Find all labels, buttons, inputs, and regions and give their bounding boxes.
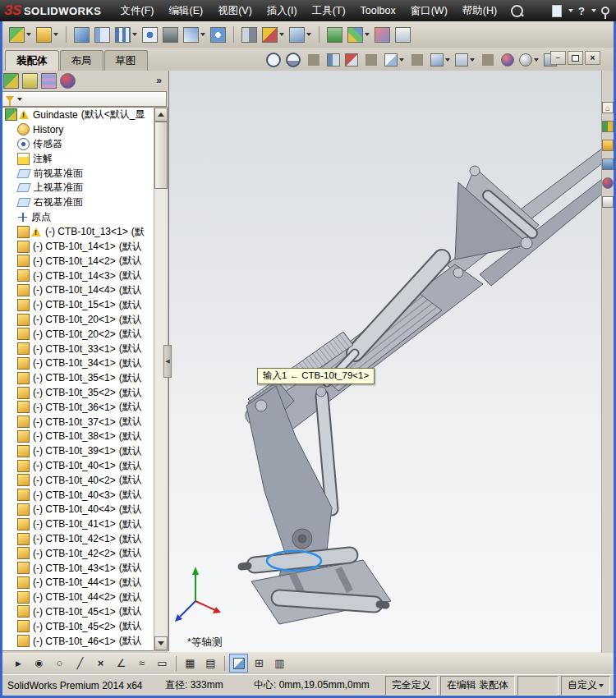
task-pane-tab[interactable]	[602, 121, 614, 132]
view-toolbar-button[interactable]	[303, 53, 324, 67]
tree-item[interactable]: (-) CTB-10t_34<1> (默认	[2, 356, 154, 371]
menu-item[interactable]: Toolbox	[353, 5, 403, 16]
toolbar-button[interactable]	[92, 25, 113, 44]
tree-item[interactable]: (-) CTB-10t_20<1> (默认	[2, 312, 154, 327]
window-control-button[interactable]	[568, 51, 583, 65]
chevron-down-icon[interactable]	[17, 98, 22, 101]
sketch-toolbar-button[interactable]	[91, 654, 110, 673]
menu-item[interactable]: 窗口(W)	[403, 4, 455, 18]
tree-item[interactable]: (-) CTB-10t_14<4> (默认	[2, 283, 154, 298]
toolbar-button[interactable]	[345, 25, 372, 44]
task-pane-tab[interactable]	[602, 140, 614, 151]
tree-item[interactable]: 上视基准面	[2, 181, 154, 195]
toolbar-button[interactable]	[160, 25, 181, 44]
tree-item[interactable]: (-) CTB-10t_33<1> (默认	[2, 342, 154, 356]
toolbar-button[interactable]	[208, 25, 228, 44]
tree-item[interactable]: (-) CTB-10t_35<2> (默认	[2, 385, 154, 400]
toolbar-button[interactable]	[260, 25, 287, 44]
chevron-down-icon[interactable]	[132, 33, 137, 36]
panel-tab[interactable]	[3, 73, 19, 89]
tree-item[interactable]: 前视基准面	[2, 166, 154, 181]
chevron-down-icon[interactable]	[200, 33, 205, 36]
view-toolbar-button[interactable]	[283, 51, 303, 69]
toolbar-button[interactable]	[61, 25, 71, 44]
tree-item[interactable]: (-) CTB-10t_45<2> (默认	[2, 619, 154, 634]
toolbar-button[interactable]	[287, 25, 314, 44]
view-toolbar-button[interactable]	[342, 52, 361, 68]
scroll-up-button[interactable]	[154, 108, 168, 122]
sketch-toolbar-button[interactable]	[9, 654, 28, 673]
toolbar-button[interactable]	[7, 25, 34, 44]
tree-item[interactable]: (-) CTB-10t_44<1> (默认	[2, 576, 154, 590]
menu-item[interactable]: 文件(F)	[113, 4, 162, 18]
tree-item[interactable]: (-) CTB-10t_38<1> (默认	[2, 429, 154, 444]
task-pane-tab[interactable]	[602, 158, 614, 170]
chevron-down-icon[interactable]	[399, 58, 404, 62]
toolbar-button[interactable]	[181, 25, 208, 44]
custom-unit-dropdown[interactable]: 自定义	[561, 676, 610, 696]
toolbar-button[interactable]	[324, 25, 345, 44]
task-pane-tab[interactable]	[602, 177, 614, 189]
view-toolbar-button[interactable]	[517, 52, 541, 68]
sketch-toolbar-button[interactable]	[153, 654, 172, 673]
help-icon[interactable]: ?	[578, 5, 585, 17]
task-pane-tab[interactable]	[602, 196, 614, 208]
toolbar-button[interactable]	[228, 25, 239, 44]
panel-tab[interactable]	[60, 73, 76, 89]
toolbar-button[interactable]	[140, 25, 160, 44]
tree-item[interactable]: (-) CTB-10t_35<1> (默认	[2, 370, 154, 385]
sketch-toolbar-button[interactable]	[112, 654, 131, 673]
view-toolbar-button[interactable]	[428, 52, 453, 68]
sketch-toolbar-button[interactable]	[201, 654, 220, 673]
sketch-toolbar-button[interactable]	[270, 654, 289, 673]
chevron-down-icon[interactable]	[534, 58, 539, 62]
window-control-button[interactable]	[550, 51, 566, 65]
panel-splitter-handle[interactable]: ◀	[163, 345, 172, 378]
tree-item[interactable]: 传感器	[2, 137, 154, 152]
tree-item[interactable]: (-) CTB-10t_15<1> (默认	[2, 297, 154, 312]
chevron-down-icon[interactable]	[306, 33, 311, 36]
tree-item[interactable]: (-) CTB-10t_39<1> (默认	[2, 443, 154, 458]
chevron-down-icon[interactable]	[470, 58, 475, 62]
tree-item[interactable]: (-) CTB-10t_20<2> (默认	[2, 327, 154, 342]
tab-assembly[interactable]: 装配体	[5, 50, 59, 71]
toolbar-button[interactable]	[393, 25, 413, 44]
sketch-toolbar-button[interactable]	[30, 654, 48, 673]
view-toolbar-button[interactable]	[324, 52, 342, 68]
sketch-toolbar-button[interactable]	[229, 654, 248, 673]
sketch-toolbar-button[interactable]	[250, 654, 269, 673]
toolbar-button[interactable]	[372, 25, 393, 44]
menu-item[interactable]: 插入(I)	[260, 4, 305, 18]
tree-item[interactable]: (-) CTB-10t_40<2> (默认	[2, 473, 154, 488]
chevron-down-icon[interactable]	[445, 58, 450, 62]
graphics-viewport[interactable]: 输入1 ← CTB-10t_79<1> *等轴测	[168, 71, 603, 653]
scroll-down-button[interactable]	[154, 636, 168, 650]
chevron-down-icon[interactable]	[279, 33, 284, 36]
view-toolbar-button[interactable]	[382, 52, 407, 68]
panel-expand-icon[interactable]: »	[156, 75, 162, 86]
toolbar-button[interactable]	[239, 25, 260, 44]
sketch-toolbar-button[interactable]	[176, 656, 177, 671]
tree-item[interactable]: (-) CTB-10t_36<1> (默认	[2, 400, 154, 415]
chevron-down-icon[interactable]	[53, 33, 58, 36]
chevron-down-icon[interactable]	[591, 9, 596, 12]
chevron-down-icon[interactable]	[568, 9, 573, 12]
view-toolbar-button[interactable]	[407, 53, 428, 67]
tree-item[interactable]: (-) CTB-10t_42<1> (默认	[2, 531, 154, 546]
view-toolbar-button[interactable]	[477, 53, 499, 67]
panel-tab[interactable]	[41, 73, 57, 89]
window-control-button[interactable]	[585, 51, 600, 65]
view-toolbar-button[interactable]	[453, 52, 477, 68]
toolbar-button[interactable]	[71, 25, 92, 44]
menu-item[interactable]: 视图(V)	[210, 4, 260, 18]
search-icon[interactable]	[511, 5, 523, 17]
sketch-toolbar-button[interactable]	[224, 656, 225, 671]
view-toolbar-button[interactable]	[499, 52, 517, 68]
tree-item[interactable]: 注解	[2, 151, 154, 166]
tree-scrollbar[interactable]	[154, 107, 168, 651]
scrollbar-thumb[interactable]	[154, 122, 168, 189]
tree-item[interactable]: (-) CTB-10t_14<2> (默认	[2, 254, 154, 269]
toolbar-button[interactable]	[113, 25, 140, 44]
tree-item[interactable]: (-) CTB-10t_40<4> (默认	[2, 503, 154, 517]
tree-item[interactable]: 右视基准面	[2, 195, 154, 210]
